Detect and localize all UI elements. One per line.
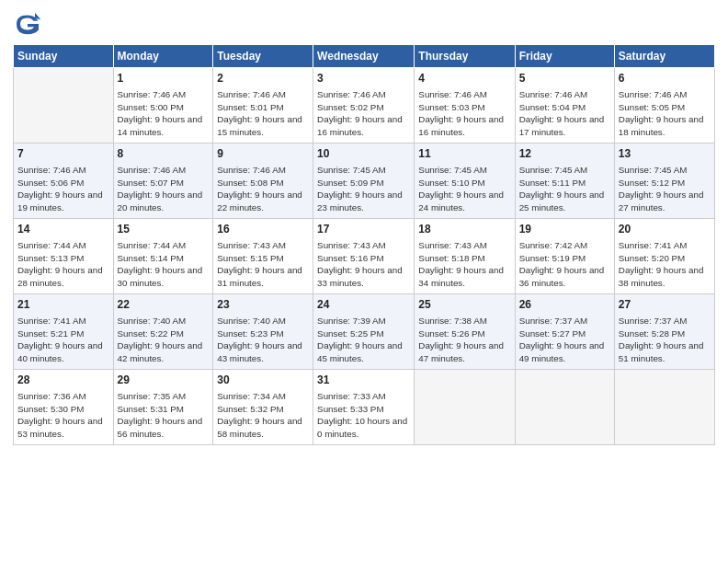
day-info: Sunrise: 7:46 AM Sunset: 5:02 PM Dayligh…	[317, 88, 410, 139]
day-number: 1	[118, 71, 210, 86]
day-number: 9	[217, 146, 309, 162]
day-number: 27	[619, 297, 711, 313]
header-day-saturday: Saturday	[614, 45, 714, 68]
week-row-3: 14Sunrise: 7:44 AM Sunset: 5:13 PM Dayli…	[14, 219, 715, 294]
header	[13, 9, 715, 39]
day-info: Sunrise: 7:35 AM Sunset: 5:31 PM Dayligh…	[118, 390, 210, 441]
day-cell: 12Sunrise: 7:45 AM Sunset: 5:11 PM Dayli…	[515, 144, 614, 219]
header-day-friday: Friday	[515, 45, 614, 68]
day-cell: 7Sunrise: 7:46 AM Sunset: 5:06 PM Daylig…	[14, 144, 114, 219]
day-info: Sunrise: 7:46 AM Sunset: 5:08 PM Dayligh…	[217, 164, 309, 214]
day-number: 24	[317, 297, 410, 313]
logo-icon	[13, 9, 42, 39]
header-row: SundayMondayTuesdayWednesdayThursdayFrid…	[14, 45, 715, 68]
day-cell: 26Sunrise: 7:37 AM Sunset: 5:27 PM Dayli…	[515, 294, 614, 370]
day-info: Sunrise: 7:46 AM Sunset: 5:00 PM Dayligh…	[118, 88, 210, 139]
day-cell: 5Sunrise: 7:46 AM Sunset: 5:04 PM Daylig…	[515, 68, 614, 144]
day-info: Sunrise: 7:41 AM Sunset: 5:20 PM Dayligh…	[619, 239, 711, 290]
day-number: 26	[519, 297, 610, 313]
calendar-header: SundayMondayTuesdayWednesdayThursdayFrid…	[14, 45, 715, 68]
day-cell: 25Sunrise: 7:38 AM Sunset: 5:26 PM Dayli…	[415, 294, 515, 370]
day-number: 3	[317, 71, 410, 86]
day-number: 25	[418, 297, 510, 313]
day-number: 16	[217, 222, 309, 237]
day-cell: 23Sunrise: 7:40 AM Sunset: 5:23 PM Dayli…	[213, 294, 313, 370]
day-number: 21	[17, 297, 109, 313]
day-number: 4	[418, 71, 510, 86]
day-info: Sunrise: 7:46 AM Sunset: 5:03 PM Dayligh…	[418, 88, 510, 139]
day-info: Sunrise: 7:43 AM Sunset: 5:15 PM Dayligh…	[217, 239, 309, 290]
day-info: Sunrise: 7:44 AM Sunset: 5:13 PM Dayligh…	[17, 239, 109, 290]
header-day-tuesday: Tuesday	[213, 45, 313, 68]
day-cell: 30Sunrise: 7:34 AM Sunset: 5:32 PM Dayli…	[213, 370, 313, 445]
day-number: 28	[17, 373, 109, 388]
day-cell: 19Sunrise: 7:42 AM Sunset: 5:19 PM Dayli…	[515, 219, 614, 294]
day-number: 12	[519, 146, 610, 162]
day-number: 11	[418, 146, 510, 162]
day-info: Sunrise: 7:46 AM Sunset: 5:06 PM Dayligh…	[17, 164, 109, 214]
logo	[13, 9, 44, 39]
day-info: Sunrise: 7:34 AM Sunset: 5:32 PM Dayligh…	[217, 390, 309, 441]
day-number: 14	[17, 222, 109, 237]
day-info: Sunrise: 7:33 AM Sunset: 5:33 PM Dayligh…	[317, 390, 410, 441]
day-cell: 11Sunrise: 7:45 AM Sunset: 5:10 PM Dayli…	[415, 144, 515, 219]
day-cell	[415, 370, 515, 445]
day-info: Sunrise: 7:46 AM Sunset: 5:07 PM Dayligh…	[118, 164, 210, 214]
day-info: Sunrise: 7:41 AM Sunset: 5:21 PM Dayligh…	[17, 315, 109, 365]
day-cell: 13Sunrise: 7:45 AM Sunset: 5:12 PM Dayli…	[614, 144, 714, 219]
day-number: 23	[217, 297, 309, 313]
header-day-thursday: Thursday	[415, 45, 515, 68]
day-info: Sunrise: 7:43 AM Sunset: 5:18 PM Dayligh…	[418, 239, 510, 290]
week-row-5: 28Sunrise: 7:36 AM Sunset: 5:30 PM Dayli…	[14, 370, 715, 445]
day-info: Sunrise: 7:44 AM Sunset: 5:14 PM Dayligh…	[118, 239, 210, 290]
day-cell: 14Sunrise: 7:44 AM Sunset: 5:13 PM Dayli…	[14, 219, 114, 294]
day-number: 8	[118, 146, 210, 162]
day-cell: 24Sunrise: 7:39 AM Sunset: 5:25 PM Dayli…	[313, 294, 415, 370]
day-cell: 10Sunrise: 7:45 AM Sunset: 5:09 PM Dayli…	[313, 144, 415, 219]
day-cell: 29Sunrise: 7:35 AM Sunset: 5:31 PM Dayli…	[113, 370, 213, 445]
day-info: Sunrise: 7:45 AM Sunset: 5:09 PM Dayligh…	[317, 164, 410, 214]
day-number: 10	[317, 146, 410, 162]
day-cell: 15Sunrise: 7:44 AM Sunset: 5:14 PM Dayli…	[113, 219, 213, 294]
day-cell: 28Sunrise: 7:36 AM Sunset: 5:30 PM Dayli…	[14, 370, 114, 445]
day-number: 13	[619, 146, 711, 162]
day-info: Sunrise: 7:45 AM Sunset: 5:11 PM Dayligh…	[519, 164, 610, 214]
day-cell: 9Sunrise: 7:46 AM Sunset: 5:08 PM Daylig…	[213, 144, 313, 219]
day-info: Sunrise: 7:46 AM Sunset: 5:05 PM Dayligh…	[619, 88, 711, 139]
day-cell: 1Sunrise: 7:46 AM Sunset: 5:00 PM Daylig…	[113, 68, 213, 144]
header-day-monday: Monday	[113, 45, 213, 68]
day-info: Sunrise: 7:45 AM Sunset: 5:12 PM Dayligh…	[619, 164, 711, 214]
day-cell: 6Sunrise: 7:46 AM Sunset: 5:05 PM Daylig…	[614, 68, 714, 144]
week-row-2: 7Sunrise: 7:46 AM Sunset: 5:06 PM Daylig…	[14, 144, 715, 219]
day-number: 6	[619, 71, 711, 86]
day-info: Sunrise: 7:40 AM Sunset: 5:22 PM Dayligh…	[118, 315, 210, 365]
day-number: 22	[118, 297, 210, 313]
day-cell: 4Sunrise: 7:46 AM Sunset: 5:03 PM Daylig…	[415, 68, 515, 144]
day-info: Sunrise: 7:37 AM Sunset: 5:28 PM Dayligh…	[619, 315, 711, 365]
day-number: 20	[619, 222, 711, 237]
day-number: 30	[217, 373, 309, 388]
day-cell: 27Sunrise: 7:37 AM Sunset: 5:28 PM Dayli…	[614, 294, 714, 370]
day-cell: 31Sunrise: 7:33 AM Sunset: 5:33 PM Dayli…	[313, 370, 415, 445]
day-cell: 18Sunrise: 7:43 AM Sunset: 5:18 PM Dayli…	[415, 219, 515, 294]
week-row-4: 21Sunrise: 7:41 AM Sunset: 5:21 PM Dayli…	[14, 294, 715, 370]
day-number: 29	[118, 373, 210, 388]
day-cell: 3Sunrise: 7:46 AM Sunset: 5:02 PM Daylig…	[313, 68, 415, 144]
day-cell	[614, 370, 714, 445]
day-info: Sunrise: 7:43 AM Sunset: 5:16 PM Dayligh…	[317, 239, 410, 290]
day-number: 18	[418, 222, 510, 237]
day-info: Sunrise: 7:42 AM Sunset: 5:19 PM Dayligh…	[519, 239, 610, 290]
day-cell	[14, 68, 114, 144]
day-info: Sunrise: 7:40 AM Sunset: 5:23 PM Dayligh…	[217, 315, 309, 365]
day-cell: 17Sunrise: 7:43 AM Sunset: 5:16 PM Dayli…	[313, 219, 415, 294]
day-number: 15	[118, 222, 210, 237]
day-info: Sunrise: 7:36 AM Sunset: 5:30 PM Dayligh…	[17, 390, 109, 441]
day-cell: 20Sunrise: 7:41 AM Sunset: 5:20 PM Dayli…	[614, 219, 714, 294]
day-info: Sunrise: 7:46 AM Sunset: 5:01 PM Dayligh…	[217, 88, 309, 139]
day-number: 19	[519, 222, 610, 237]
day-info: Sunrise: 7:38 AM Sunset: 5:26 PM Dayligh…	[418, 315, 510, 365]
day-cell: 21Sunrise: 7:41 AM Sunset: 5:21 PM Dayli…	[14, 294, 114, 370]
day-info: Sunrise: 7:39 AM Sunset: 5:25 PM Dayligh…	[317, 315, 410, 365]
day-cell: 22Sunrise: 7:40 AM Sunset: 5:22 PM Dayli…	[113, 294, 213, 370]
day-number: 17	[317, 222, 410, 237]
